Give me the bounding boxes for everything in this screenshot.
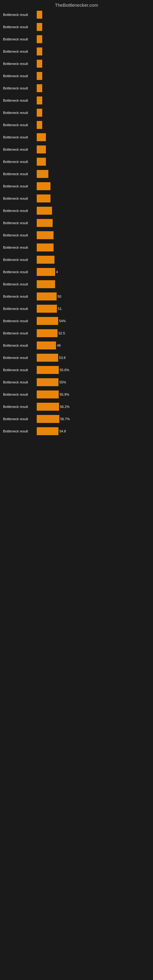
bar-fill <box>37 243 54 251</box>
bar-value-label: 51. <box>58 307 62 310</box>
bar-fill <box>37 280 55 288</box>
bar-row: Bottleneck result54.8 <box>3 425 150 437</box>
bar-row: Bottleneck result <box>3 254 150 266</box>
bar-wrapper <box>37 47 150 56</box>
bar-fill <box>37 268 55 276</box>
bar-wrapper: 55.6% <box>37 366 150 374</box>
bar-fill <box>37 256 54 264</box>
bar-row: Bottleneck result54% <box>3 315 150 327</box>
bar-fill <box>37 145 46 153</box>
bar-wrapper <box>37 158 150 166</box>
bar-wrapper <box>37 243 150 252</box>
bar-fill <box>37 158 46 166</box>
bar-label: Bottleneck result <box>3 282 37 286</box>
bar-wrapper <box>37 23 150 31</box>
bar-label: Bottleneck result <box>3 270 37 274</box>
bar-fill <box>37 415 59 423</box>
bar-label: Bottleneck result <box>3 405 37 409</box>
bar-fill <box>37 305 57 313</box>
bar-value-label: 55.6% <box>60 368 69 372</box>
bar-wrapper: 52.5 <box>37 329 150 337</box>
bar-label: Bottleneck result <box>3 74 37 78</box>
bar-wrapper: 4 <box>37 268 150 276</box>
bar-wrapper: 53.8 <box>37 353 150 362</box>
bar-fill <box>37 170 48 178</box>
bar-row: Bottleneck result <box>3 9 150 21</box>
site-title: TheBottlenecker.com <box>0 0 153 9</box>
bar-label: Bottleneck result <box>3 344 37 347</box>
bar-wrapper <box>37 10 150 19</box>
bar-label: Bottleneck result <box>3 13 37 16</box>
bar-label: Bottleneck result <box>3 123 37 127</box>
bar-wrapper <box>37 108 150 117</box>
bar-label: Bottleneck result <box>3 49 37 53</box>
bar-wrapper: 55.9% <box>37 390 150 399</box>
bar-label: Bottleneck result <box>3 294 37 298</box>
bar-row: Bottleneck result <box>3 168 150 180</box>
bar-label: Bottleneck result <box>3 393 37 396</box>
bar-row: Bottleneck result50 <box>3 291 150 302</box>
bar-wrapper <box>37 145 150 154</box>
bar-fill <box>37 207 52 215</box>
bar-label: Bottleneck result <box>3 62 37 65</box>
bar-fill <box>37 23 42 31</box>
bar-row: Bottleneck result55% <box>3 376 150 388</box>
bar-label: Bottleneck result <box>3 356 37 360</box>
bar-row: Bottleneck result56.2% <box>3 401 150 412</box>
bar-label: Bottleneck result <box>3 86 37 90</box>
bar-row: Bottleneck result49 <box>3 340 150 351</box>
bar-fill <box>37 60 42 68</box>
bar-fill <box>37 427 59 435</box>
bar-label: Bottleneck result <box>3 221 37 225</box>
bar-row: Bottleneck result <box>3 21 150 33</box>
bar-row: Bottleneck result <box>3 119 150 131</box>
bar-label: Bottleneck result <box>3 99 37 102</box>
bar-value-label: 54.8 <box>59 430 66 433</box>
bar-row: Bottleneck result51. <box>3 303 150 315</box>
bar-wrapper <box>37 133 150 142</box>
bar-fill <box>37 403 59 411</box>
bar-row: Bottleneck result <box>3 107 150 119</box>
bar-label: Bottleneck result <box>3 172 37 176</box>
bar-wrapper <box>37 72 150 80</box>
bar-fill <box>37 84 42 92</box>
bar-row: Bottleneck result <box>3 217 150 229</box>
bar-fill <box>37 378 59 386</box>
bar-label: Bottleneck result <box>3 368 37 372</box>
bar-wrapper <box>37 121 150 129</box>
bar-label: Bottleneck result <box>3 258 37 261</box>
bar-row: Bottleneck result56.7% <box>3 413 150 425</box>
bar-fill <box>37 390 59 398</box>
bar-row: Bottleneck result53.8 <box>3 352 150 364</box>
bar-row: Bottleneck result4 <box>3 266 150 278</box>
bar-row: Bottleneck result52.5 <box>3 328 150 339</box>
bar-label: Bottleneck result <box>3 185 37 188</box>
bar-row: Bottleneck result <box>3 229 150 241</box>
chart-container: Bottleneck resultBottleneck resultBottle… <box>0 9 153 437</box>
bar-wrapper: 54.8 <box>37 427 150 436</box>
bar-wrapper <box>37 35 150 43</box>
bar-label: Bottleneck result <box>3 246 37 249</box>
bar-wrapper: 56.2% <box>37 402 150 411</box>
bar-row: Bottleneck result <box>3 192 150 204</box>
bar-value-label: 55.9% <box>60 393 69 396</box>
bar-fill <box>37 293 57 301</box>
bar-row: Bottleneck result <box>3 242 150 253</box>
bar-row: Bottleneck result <box>3 156 150 167</box>
bar-row: Bottleneck result <box>3 46 150 57</box>
bar-row: Bottleneck result <box>3 205 150 216</box>
bar-wrapper: 56.7% <box>37 415 150 423</box>
bar-wrapper <box>37 255 150 264</box>
bar-row: Bottleneck result <box>3 33 150 45</box>
bar-fill <box>37 231 54 239</box>
bar-row: Bottleneck result <box>3 83 150 94</box>
bar-fill <box>37 121 42 129</box>
bar-fill <box>37 48 42 56</box>
bar-label: Bottleneck result <box>3 37 37 41</box>
bar-wrapper <box>37 207 150 215</box>
bar-wrapper: 55% <box>37 378 150 387</box>
bar-fill <box>37 329 57 337</box>
bar-value-label: 4 <box>56 270 58 274</box>
bar-label: Bottleneck result <box>3 233 37 237</box>
bar-label: Bottleneck result <box>3 331 37 335</box>
